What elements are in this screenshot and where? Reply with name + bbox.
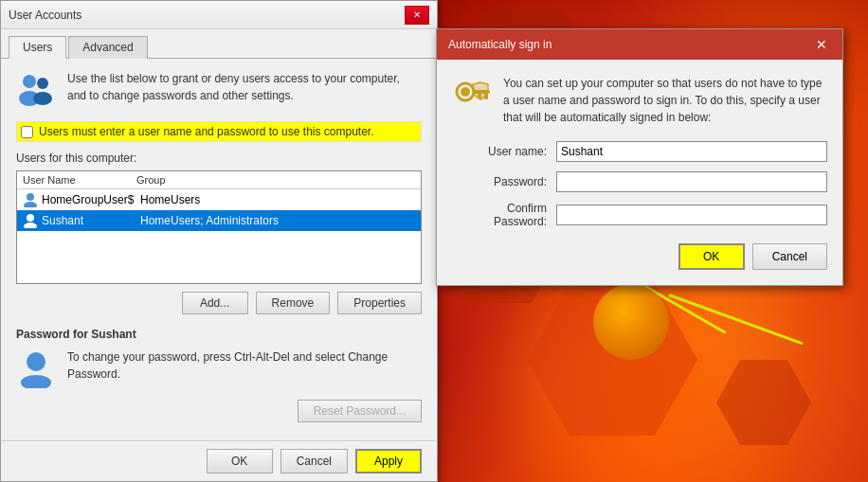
autosignin-title: Automatically sign in [448,38,552,51]
row1-group: HomeUsers [140,193,200,206]
crack-line-3 [668,294,803,345]
table-row[interactable]: HomeGroupUser$ HomeUsers [17,189,421,210]
info-text: Use the list below to grant or deny user… [67,70,422,104]
autosignin-dialog: Automatically sign in ✕ You can set up y… [436,28,843,286]
svg-point-0 [23,75,36,88]
autosignin-ok-button[interactable]: OK [678,243,745,270]
password-user-icon [16,348,56,388]
user-table-wrapper: User Name Group HomeGroupUser$ HomeUsers… [16,170,422,284]
titlebar-controls: ✕ [405,6,429,25]
checkbox-label: Users must enter a user name and passwor… [39,125,374,138]
autosignin-content: You can set up your computer so that use… [437,60,842,285]
confirm-password-input[interactable] [556,205,827,225]
password-section-title: Password for Sushant [16,328,422,341]
row1-username: HomeGroupUser$ [42,193,140,206]
row2-group: HomeUsers; Administrators [140,214,279,227]
autosignin-close-button[interactable]: ✕ [812,35,831,54]
password-info-row: To change your password, press Ctrl-Alt-… [16,348,422,388]
user-row-icon-selected [23,213,38,228]
svg-point-9 [21,375,51,388]
user-icon-large [16,70,56,110]
table-row[interactable]: Sushant HomeUsers; Administrators [17,210,421,231]
user-action-buttons: Add... Remove Properties [16,292,422,314]
svg-point-8 [27,352,45,371]
svg-point-5 [24,202,37,207]
svg-point-2 [37,78,48,89]
autosignin-buttons: OK Cancel [452,243,827,270]
remove-button[interactable]: Remove [256,292,331,314]
key-icon [452,75,492,115]
username-row: User name: [452,141,827,162]
sphere-shape [593,284,669,360]
svg-point-4 [27,193,34,201]
users-for-label: Users for this computer: [16,152,422,165]
info-row: Use the list below to grant or deny user… [16,70,422,110]
users-must-enter-checkbox[interactable] [21,126,33,138]
col-username: User Name [23,174,136,186]
tab-advanced[interactable]: Advanced [68,36,147,59]
users-icon [16,70,56,110]
password-row: Password: [452,171,827,192]
col-group: Group [136,174,166,186]
confirm-password-label: Confirm Password: [452,202,556,228]
autosignin-info-row: You can set up your computer so that use… [452,75,827,126]
password-label: Password: [452,175,556,188]
reset-password-row: Reset Password... [16,400,422,422]
autosignin-cancel-button[interactable]: Cancel [752,243,827,270]
user-row-icon [23,192,38,207]
user-accounts-dialog: User Accounts ✕ Users Advanced [0,0,438,482]
password-text: To change your password, press Ctrl-Alt-… [67,348,422,383]
bottom-buttons: OK Cancel Apply [1,440,437,481]
svg-point-6 [27,214,34,222]
tabs-container: Users Advanced [1,29,437,59]
tab-users[interactable]: Users [9,36,66,59]
apply-button[interactable]: Apply [355,449,422,473]
confirm-password-row: Confirm Password: [452,202,827,228]
svg-point-7 [24,223,37,228]
svg-point-11 [461,87,470,97]
properties-button[interactable]: Properties [337,292,422,314]
username-input[interactable] [556,141,827,162]
reset-password-button[interactable]: Reset Password... [298,400,422,422]
user-accounts-close-button[interactable]: ✕ [405,6,429,25]
username-label: User name: [452,145,556,158]
cancel-button[interactable]: Cancel [280,449,348,473]
table-header-row: User Name Group [17,171,421,189]
autosignin-titlebar: Automatically sign in ✕ [437,29,842,60]
row2-username: Sushant [42,214,140,227]
autosignin-info-text: You can set up your computer so that use… [503,75,827,126]
svg-point-3 [33,92,52,105]
add-button[interactable]: Add... [182,292,248,314]
dialog-title: User Accounts [9,9,81,22]
checkbox-row: Users must enter a user name and passwor… [16,121,422,142]
password-input[interactable] [556,171,827,192]
ok-button[interactable]: OK [207,449,273,473]
dialog-titlebar: User Accounts ✕ [1,1,437,29]
password-section: Password for Sushant To change your pass… [16,328,422,388]
dialog-content: Use the list below to grant or deny user… [1,59,437,434]
